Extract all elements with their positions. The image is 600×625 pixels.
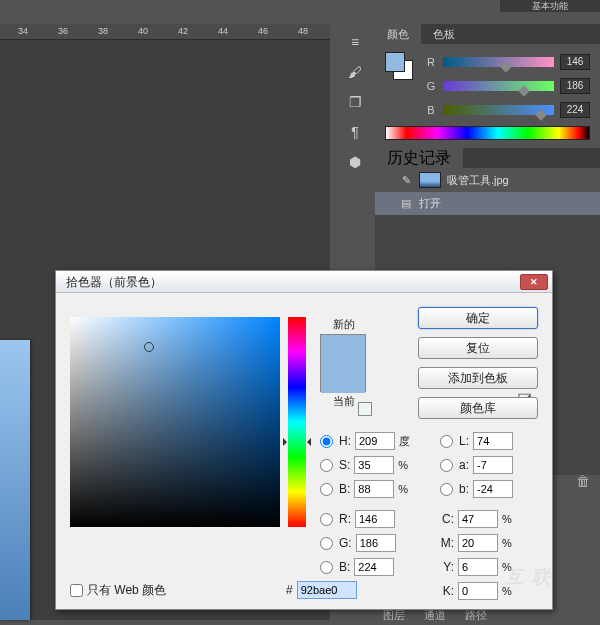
- dialog-title-text: 拾色器（前景色）: [66, 271, 162, 293]
- trash-icon[interactable]: 🗑: [576, 473, 590, 489]
- a-radio[interactable]: [440, 459, 453, 472]
- spectrum-bar[interactable]: [385, 126, 590, 140]
- tab-color[interactable]: 颜色: [375, 24, 421, 44]
- workspace-mode[interactable]: 基本功能: [500, 0, 600, 12]
- tab-history[interactable]: 历史记录: [375, 148, 463, 168]
- r-slider[interactable]: [443, 57, 554, 67]
- lab-b-input[interactable]: [473, 480, 513, 498]
- hsb-b-input[interactable]: [354, 480, 394, 498]
- b-slider[interactable]: [443, 105, 554, 115]
- color-libraries-button[interactable]: 颜色库: [418, 397, 538, 419]
- rgb-r-input[interactable]: [355, 510, 395, 528]
- tab-paths[interactable]: 路径: [465, 609, 487, 621]
- rgb-b-radio[interactable]: [320, 561, 333, 574]
- history-snapshot-row[interactable]: ✎ 吸管工具.jpg: [375, 168, 600, 192]
- lab-b-radio[interactable]: [440, 483, 453, 496]
- foreground-color-swatch[interactable]: [385, 52, 405, 72]
- history-step-label: 打开: [419, 196, 441, 211]
- a-input[interactable]: [473, 456, 513, 474]
- dialog-titlebar[interactable]: 拾色器（前景色） ✕: [56, 271, 552, 293]
- collapsed-panels: ≡ 🖌 ❐ ¶ ⬢: [335, 24, 375, 274]
- s-input[interactable]: [354, 456, 394, 474]
- hue-slider-thumb[interactable]: [283, 438, 311, 446]
- h-radio[interactable]: [320, 435, 333, 448]
- c-input[interactable]: [458, 510, 498, 528]
- history-panel: 历史记录 ✎ 吸管工具.jpg ▤ 打开: [375, 148, 600, 215]
- s-radio[interactable]: [320, 459, 333, 472]
- brush-snapshot-icon: ✎: [399, 174, 413, 187]
- r-value[interactable]: 146: [560, 54, 590, 70]
- k-input[interactable]: [458, 582, 498, 600]
- panel-tabs: 颜色 色板: [375, 24, 600, 44]
- reset-button[interactable]: 复位: [418, 337, 538, 359]
- new-color-label: 新的: [320, 317, 368, 332]
- history-step-row[interactable]: ▤ 打开: [375, 192, 600, 215]
- new-color-swatch: [321, 335, 365, 364]
- h-input[interactable]: [355, 432, 395, 450]
- hue-slider[interactable]: [288, 317, 306, 527]
- brush-presets-icon[interactable]: ≡: [341, 30, 369, 54]
- snapshot-thumb: [419, 172, 441, 188]
- ok-button[interactable]: 确定: [418, 307, 538, 329]
- rgb-b-input[interactable]: [354, 558, 394, 576]
- g-label: G: [425, 80, 437, 92]
- hsb-b-radio[interactable]: [320, 483, 333, 496]
- hex-input[interactable]: [297, 581, 357, 599]
- bottom-panel-tabs: 图层 通道 路径: [375, 608, 495, 623]
- close-icon[interactable]: ✕: [520, 274, 548, 290]
- y-input[interactable]: [458, 558, 498, 576]
- document-image[interactable]: [0, 340, 30, 620]
- g-slider[interactable]: [443, 81, 554, 91]
- color-preview: 新的 当前: [320, 317, 368, 409]
- add-swatch-button[interactable]: 添加到色板: [418, 367, 538, 389]
- color-panel: 颜色 色板 R 146 G 186 B 224: [375, 24, 600, 148]
- horizontal-ruler: 34 36 38 40 42 44 46 48: [0, 24, 330, 40]
- r-label: R: [425, 56, 437, 68]
- l-input[interactable]: [473, 432, 513, 450]
- color-field[interactable]: [70, 317, 280, 527]
- l-radio[interactable]: [440, 435, 453, 448]
- document-icon: ▤: [399, 197, 413, 210]
- g-radio[interactable]: [320, 537, 333, 550]
- tab-channels[interactable]: 通道: [424, 609, 446, 621]
- snapshot-name: 吸管工具.jpg: [447, 173, 509, 188]
- color-warning-swatch[interactable]: [358, 402, 372, 416]
- current-color-swatch[interactable]: [321, 364, 365, 393]
- b-value[interactable]: 224: [560, 102, 590, 118]
- brush-icon[interactable]: 🖌: [341, 60, 369, 84]
- color-picker-dialog: 拾色器（前景色） ✕ 新的 当前 ◪ 确定 复位 添加到色板 颜色库: [55, 270, 553, 610]
- tab-layers[interactable]: 图层: [383, 609, 405, 621]
- b-label: B: [425, 104, 437, 116]
- web-only-checkbox[interactable]: 只有 Web 颜色: [70, 582, 166, 599]
- paragraph-icon[interactable]: ¶: [341, 120, 369, 144]
- r-radio[interactable]: [320, 513, 333, 526]
- watermark: 互 联: [505, 565, 552, 589]
- clone-source-icon[interactable]: ❐: [341, 90, 369, 114]
- m-input[interactable]: [458, 534, 498, 552]
- web-only-input[interactable]: [70, 584, 83, 597]
- rgb-g-input[interactable]: [356, 534, 396, 552]
- hex-label: #: [286, 583, 293, 597]
- 3d-icon[interactable]: ⬢: [341, 150, 369, 174]
- tab-swatches[interactable]: 色板: [421, 24, 467, 44]
- fg-bg-swatch[interactable]: [385, 52, 413, 80]
- g-value[interactable]: 186: [560, 78, 590, 94]
- color-field-cursor[interactable]: [144, 342, 154, 352]
